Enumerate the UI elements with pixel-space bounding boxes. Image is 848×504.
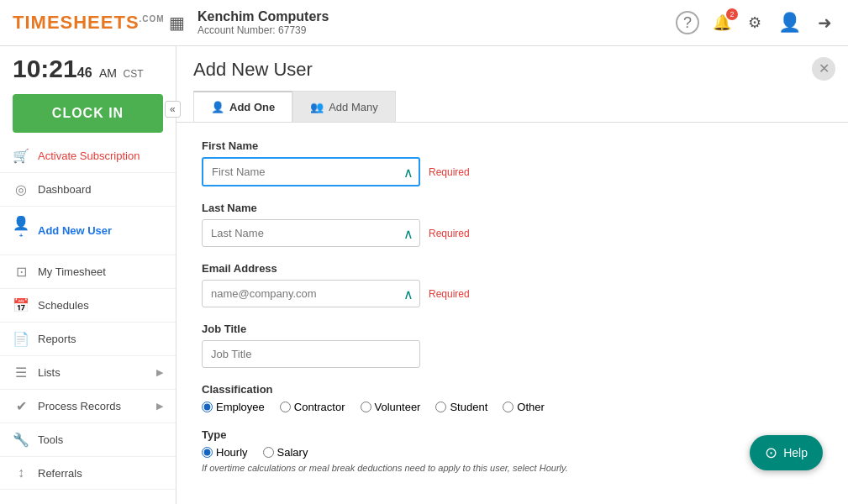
job-title-wrapper <box>202 340 420 368</box>
type-help-note: If overtime calculations or meal break d… <box>202 463 823 473</box>
first-name-group: First Name ∧ Required <box>202 139 823 186</box>
email-field-icon: ∧ <box>403 286 413 302</box>
classification-options: Employee Contractor Volunteer Student Ot… <box>202 401 823 413</box>
sidebar-item-dashboard[interactable]: ◎ Dashboard <box>0 173 176 207</box>
email-group: Email Address ∧ Required <box>202 262 823 307</box>
reports-icon: 📄 <box>13 331 29 347</box>
time-hours-minutes: 10:2146 <box>13 55 99 82</box>
logo-icon: ▦ <box>169 13 185 33</box>
tab-add-many[interactable]: 👥 Add Many <box>292 91 396 122</box>
sidebar-item-lists[interactable]: ☰ Lists ▶ <box>0 356 176 390</box>
sidebar-item-activate-subscription[interactable]: 🛒 Activate Subscription <box>0 139 176 173</box>
email-required: Required <box>429 288 470 300</box>
sidebar-item-schedules[interactable]: 📅 Schedules <box>0 289 176 323</box>
type-salary[interactable]: Salary <box>263 446 308 459</box>
clock-in-button[interactable]: CLOCK IN <box>13 94 163 133</box>
gear-icon: ⚙ <box>748 14 761 31</box>
type-hourly[interactable]: Hourly <box>202 446 248 459</box>
type-options: Hourly Salary <box>202 446 823 459</box>
last-name-label: Last Name <box>202 202 823 214</box>
lists-arrow-icon: ▶ <box>156 367 163 378</box>
first-name-required: Required <box>429 166 470 178</box>
classification-other[interactable]: Other <box>503 401 545 413</box>
dashboard-icon: ◎ <box>13 181 29 197</box>
type-label: Type <box>202 428 823 441</box>
sidebar-item-referrals[interactable]: ↕ Referrals <box>0 457 176 490</box>
last-name-group: Last Name ∧ Required <box>202 202 823 247</box>
email-label: Email Address <box>202 262 823 275</box>
tools-icon: 🔧 <box>13 432 29 448</box>
logout-icon: ➜ <box>818 13 832 32</box>
close-button[interactable]: ✕ <box>812 56 835 81</box>
first-name-wrapper: ∧ <box>202 157 420 186</box>
notification-badge: 2 <box>726 8 738 20</box>
company-info: Kenchim Computers Account Number: 67739 <box>189 9 676 36</box>
classification-group: Classification Employee Contractor Volun… <box>202 383 823 413</box>
schedules-icon: 📅 <box>13 297 29 313</box>
last-name-wrapper: ∧ <box>202 219 420 247</box>
process-records-arrow-icon: ▶ <box>156 401 163 412</box>
cart-icon: 🛒 <box>13 148 29 164</box>
lists-icon: ☰ <box>13 365 29 381</box>
first-name-field-icon: ∧ <box>403 164 413 180</box>
time-display: 10:2146 AM CST <box>0 46 176 87</box>
job-title-input[interactable] <box>202 340 420 368</box>
classification-student[interactable]: Student <box>435 401 487 413</box>
settings-button[interactable]: ⚙ <box>745 10 765 35</box>
type-group: Type Hourly Salary If overtime calculati… <box>202 428 823 473</box>
first-name-label: First Name <box>202 139 823 152</box>
sidebar: 10:2146 AM CST CLOCK IN « 🛒 Activate Sub… <box>0 46 176 504</box>
tabs: 👤 Add One 👥 Add Many <box>193 91 831 122</box>
first-name-input[interactable] <box>202 157 420 186</box>
email-input-row: ∧ Required <box>202 280 823 307</box>
header-icons: ? 🔔 2 ⚙ 👤 ➜ <box>676 8 835 37</box>
main-container: 10:2146 AM CST CLOCK IN « 🛒 Activate Sub… <box>0 46 848 504</box>
logo-text: Timesheets.com <box>13 12 165 34</box>
classification-contractor[interactable]: Contractor <box>280 401 345 413</box>
sidebar-item-tools[interactable]: 🔧 Tools <box>0 423 176 457</box>
classification-label: Classification <box>202 383 823 396</box>
user-profile-button[interactable]: 👤 <box>775 8 804 37</box>
job-title-input-row <box>202 340 823 368</box>
add-one-tab-icon: 👤 <box>211 101 224 113</box>
sidebar-nav: 🛒 Activate Subscription ◎ Dashboard 👤+ A… <box>0 139 176 504</box>
classification-employee[interactable]: Employee <box>202 401 265 413</box>
user-icon: 👤 <box>778 12 801 33</box>
email-input[interactable] <box>202 280 420 307</box>
last-name-input-row: ∧ Required <box>202 219 823 247</box>
page-title: Add New User <box>193 59 831 81</box>
classification-volunteer[interactable]: Volunteer <box>361 401 421 413</box>
last-name-required: Required <box>429 228 470 239</box>
first-name-input-row: ∧ Required <box>202 157 823 186</box>
sidebar-item-my-timesheet[interactable]: ⊡ My Timesheet <box>0 255 176 289</box>
last-name-input[interactable] <box>202 219 420 247</box>
help-circle-icon: ⊙ <box>765 444 777 462</box>
close-icon: ✕ <box>812 57 835 81</box>
add-user-icon: 👤+ <box>13 215 29 246</box>
form-area: First Name ∧ Required Last Name ∧ <box>176 123 848 504</box>
email-wrapper: ∧ <box>202 280 420 307</box>
sidebar-item-process-records[interactable]: ✔ Process Records ▶ <box>0 390 176 423</box>
logout-button[interactable]: ➜ <box>814 9 835 36</box>
job-title-label: Job Title <box>202 323 823 335</box>
timesheet-icon: ⊡ <box>13 264 29 280</box>
company-name: Kenchim Computers <box>198 9 676 24</box>
add-many-tab-icon: 👥 <box>310 101 324 113</box>
account-number: Account Number: 67739 <box>198 24 676 36</box>
help-icon-button[interactable]: ? <box>676 11 699 34</box>
last-name-field-icon: ∧ <box>403 225 413 241</box>
sidebar-collapse-button[interactable]: « <box>165 101 181 118</box>
process-records-icon: ✔ <box>13 398 29 414</box>
sidebar-item-add-new-user[interactable]: 👤+ Add New User <box>0 207 176 255</box>
tab-add-one[interactable]: 👤 Add One <box>193 91 292 122</box>
page-header: Add New User ✕ 👤 Add One 👥 Add Many <box>176 46 848 123</box>
help-button[interactable]: ⊙ Help <box>750 435 823 470</box>
sidebar-item-reports[interactable]: 📄 Reports <box>0 323 176 356</box>
referrals-icon: ↕ <box>13 465 29 480</box>
logo-area: Timesheets.com ▦ <box>13 12 189 34</box>
job-title-group: Job Title <box>202 323 823 368</box>
logo-accent: Time <box>13 12 61 33</box>
notifications-button[interactable]: 🔔 2 <box>709 10 735 35</box>
app-header: Timesheets.com ▦ Kenchim Computers Accou… <box>0 0 848 46</box>
content-area: Add New User ✕ 👤 Add One 👥 Add Many Firs… <box>176 46 848 504</box>
